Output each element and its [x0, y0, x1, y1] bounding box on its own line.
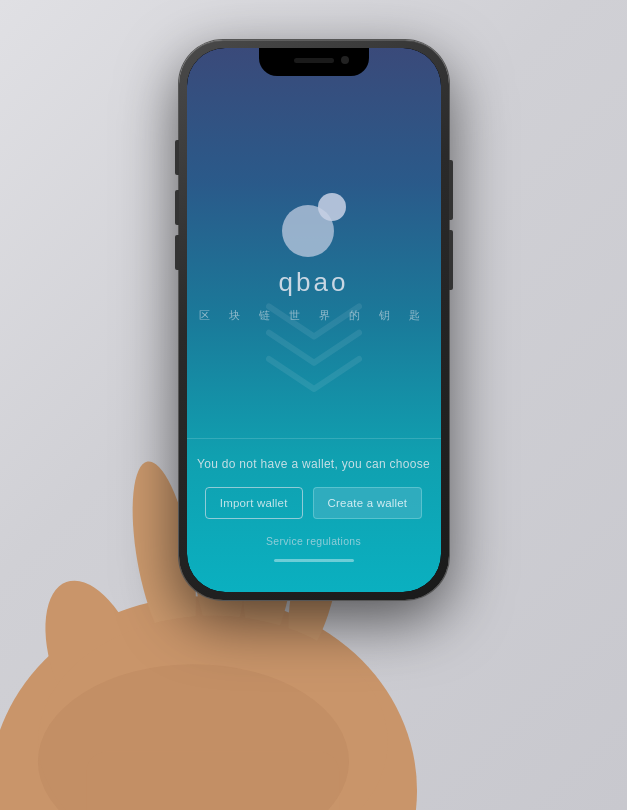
home-indicator [274, 559, 354, 562]
screen-bottom: You do not have a wallet, you can choose… [187, 438, 441, 592]
phone: qbao 区 块 链 世 界 的 钥 匙 You do not have a w… [179, 40, 449, 600]
scene: qbao 区 块 链 世 界 的 钥 匙 You do not have a w… [0, 0, 627, 810]
logo-circle-small [318, 193, 346, 221]
divider [187, 438, 441, 439]
create-wallet-button[interactable]: Create a wallet [313, 487, 423, 519]
service-regulations-link[interactable]: Service regulations [266, 535, 361, 547]
screen-bezel: qbao 区 块 链 世 界 的 钥 匙 You do not have a w… [187, 48, 441, 592]
import-wallet-button[interactable]: Import wallet [205, 487, 303, 519]
app-logo-icon [282, 193, 346, 257]
app-screen: qbao 区 块 链 世 界 的 钥 匙 You do not have a w… [187, 48, 441, 592]
wallet-prompt: You do not have a wallet, you can choose [197, 457, 430, 471]
notch [259, 48, 369, 76]
watermark [234, 284, 394, 404]
action-buttons: Import wallet Create a wallet [189, 487, 439, 519]
